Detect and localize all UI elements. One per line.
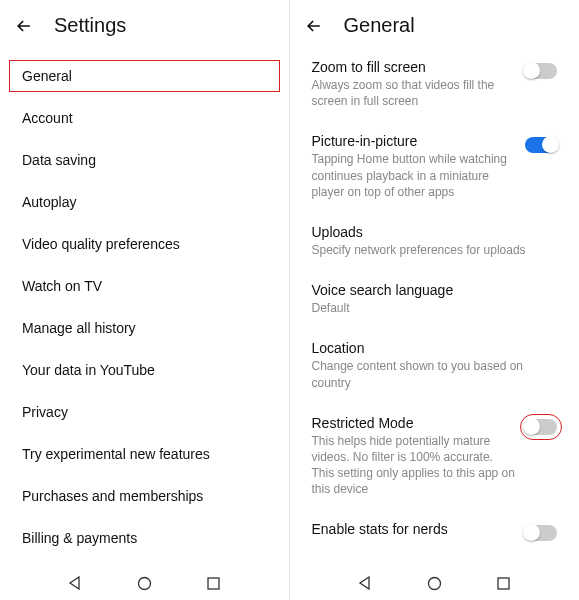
setting-desc: Default [312,300,558,316]
settings-list: General Account Data saving Autoplay Vid… [0,47,289,559]
general-list: Zoom to fill screen Always zoom so that … [290,47,580,600]
setting-zoom-to-fill[interactable]: Zoom to fill screen Always zoom so that … [290,47,580,121]
sidebar-item-video-quality[interactable]: Video quality preferences [0,223,289,265]
nav-back-icon[interactable] [358,576,373,591]
header: General [290,0,580,47]
setting-title: Zoom to fill screen [312,59,516,75]
sidebar-item-billing[interactable]: Billing & payments [0,517,289,559]
sidebar-item-manage-history[interactable]: Manage all history [0,307,289,349]
toggle-pip[interactable] [525,137,557,153]
setting-text: Restricted Mode This helps hide potentia… [312,415,516,498]
sidebar-item-data-saving[interactable]: Data saving [0,139,289,181]
sidebar-item-purchases[interactable]: Purchases and memberships [0,475,289,517]
toggle-stats-for-nerds[interactable] [525,525,557,541]
svg-point-2 [428,577,440,589]
setting-desc: Change content shown to you based on cou… [312,358,558,390]
header: Settings [0,0,289,47]
android-navbar [0,566,289,600]
svg-point-0 [138,577,150,589]
nav-back-icon[interactable] [68,576,83,591]
sidebar-item-account[interactable]: Account [0,97,289,139]
setting-desc: This helps hide potentially mature video… [312,433,516,498]
setting-title: Location [312,340,558,356]
nav-recent-icon[interactable] [496,576,511,591]
setting-desc: Specify network preferences for uploads [312,242,558,258]
sidebar-item-privacy[interactable]: Privacy [0,391,289,433]
page-title: Settings [54,14,126,37]
setting-text: Voice search language Default [312,282,558,316]
setting-restricted-mode[interactable]: Restricted Mode This helps hide potentia… [290,403,580,510]
sidebar-item-general[interactable]: General [4,55,285,97]
setting-voice-search[interactable]: Voice search language Default [290,270,580,328]
sidebar-item-watch-on-tv[interactable]: Watch on TV [0,265,289,307]
svg-rect-1 [208,578,219,589]
back-icon[interactable] [304,16,324,36]
setting-title: Uploads [312,224,558,240]
setting-text: Picture-in-picture Tapping Home button w… [312,133,516,200]
sidebar-item-experimental[interactable]: Try experimental new features [0,433,289,475]
setting-desc: Tapping Home button while watching conti… [312,151,516,200]
toggle-restricted-mode[interactable] [525,419,557,435]
setting-title: Restricted Mode [312,415,516,431]
sidebar-item-autoplay[interactable]: Autoplay [0,181,289,223]
nav-home-icon[interactable] [427,576,442,591]
toggle-zoom-to-fill[interactable] [525,63,557,79]
setting-title: Voice search language [312,282,558,298]
setting-title: Enable stats for nerds [312,521,516,537]
svg-rect-3 [498,578,509,589]
android-navbar [290,566,580,600]
settings-pane: Settings General Account Data saving Aut… [0,0,290,600]
back-icon[interactable] [14,16,34,36]
nav-recent-icon[interactable] [206,576,221,591]
setting-stats-for-nerds[interactable]: Enable stats for nerds [290,509,580,553]
setting-text: Zoom to fill screen Always zoom so that … [312,59,516,109]
setting-text: Enable stats for nerds [312,521,516,539]
setting-title: Picture-in-picture [312,133,516,149]
page-title: General [344,14,415,37]
nav-home-icon[interactable] [137,576,152,591]
setting-pip[interactable]: Picture-in-picture Tapping Home button w… [290,121,580,212]
general-pane: General Zoom to fill screen Always zoom … [290,0,580,600]
sidebar-item-your-data[interactable]: Your data in YouTube [0,349,289,391]
setting-text: Uploads Specify network preferences for … [312,224,558,258]
setting-text: Location Change content shown to you bas… [312,340,558,390]
setting-location[interactable]: Location Change content shown to you bas… [290,328,580,402]
setting-desc: Always zoom so that videos fill the scre… [312,77,516,109]
setting-uploads[interactable]: Uploads Specify network preferences for … [290,212,580,270]
